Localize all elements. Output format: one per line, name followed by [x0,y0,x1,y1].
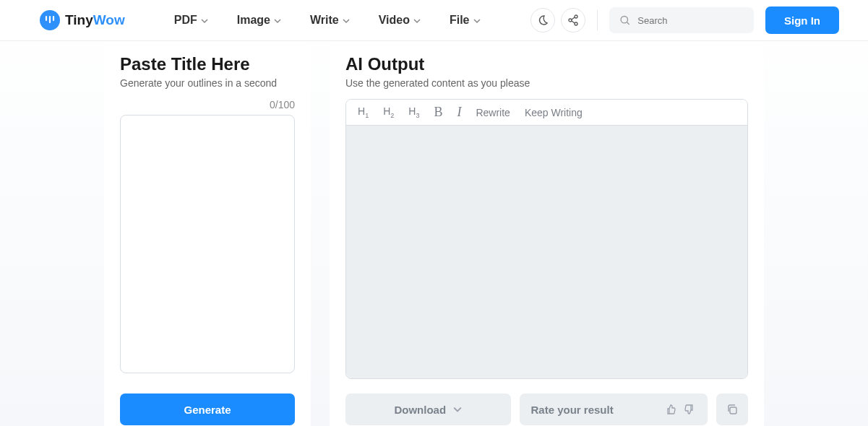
bold-button[interactable]: B [434,105,442,120]
sign-in-button[interactable]: Sign In [765,6,839,34]
search-icon [619,14,630,27]
copy-button[interactable] [716,394,748,425]
rate-button[interactable]: Rate your result [520,394,708,425]
share-icon [567,14,579,26]
nav-write[interactable]: Write [310,14,350,27]
moon-icon [537,14,549,26]
h2-button[interactable]: H2 [383,105,394,119]
h3-button[interactable]: H3 [408,105,419,119]
svg-point-3 [621,16,627,22]
share-button[interactable] [561,8,585,32]
chevron-down-icon [453,405,462,414]
output-actions: Download Rate your result [345,394,748,425]
title-input[interactable] [120,115,295,373]
input-title: Paste Title Here [120,54,295,74]
svg-point-1 [569,19,572,22]
nav-image[interactable]: Image [237,14,281,27]
nav-file[interactable]: File [450,14,481,27]
keep-writing-button[interactable]: Keep Writing [525,107,583,118]
copy-icon [726,403,739,416]
logo-icon [40,10,60,30]
logo[interactable]: TinyWow [40,10,125,30]
input-subtitle: Generate your outlines in a second [120,77,295,89]
italic-button[interactable]: I [457,105,461,120]
editor: H1 H2 H3 B I Rewrite Keep Writing [345,99,748,379]
output-title: AI Output [345,54,748,74]
search-box[interactable] [609,7,754,33]
logo-text: TinyWow [65,12,125,28]
thumbs-down-icon [683,403,696,416]
chevron-down-icon [413,17,421,25]
input-panel: Paste Title Here Generate your outlines … [104,41,311,426]
editor-content[interactable] [346,126,747,378]
nav-video[interactable]: Video [379,14,421,27]
char-counter: 0/100 [120,99,295,110]
svg-rect-4 [730,407,736,414]
dark-mode-button[interactable] [530,8,555,32]
thumbs-up-icon [664,403,677,416]
chevron-down-icon [473,17,481,25]
download-button[interactable]: Download [345,394,511,425]
chevron-down-icon [274,17,281,25]
nav-pdf[interactable]: PDF [174,14,208,27]
chevron-down-icon [201,17,208,25]
output-panel: AI Output Use the generated content as y… [330,41,764,426]
editor-toolbar: H1 H2 H3 B I Rewrite Keep Writing [346,100,747,126]
h1-button[interactable]: H1 [358,105,369,119]
main-nav: PDF Image Write Video File [174,14,525,27]
chevron-down-icon [343,17,350,25]
generate-button[interactable]: Generate [120,394,295,425]
search-input[interactable] [637,15,744,26]
output-subtitle: Use the generated content as you please [345,77,748,89]
rewrite-button[interactable]: Rewrite [476,107,510,118]
divider [597,10,598,30]
svg-point-0 [575,15,577,18]
svg-point-2 [575,22,577,25]
